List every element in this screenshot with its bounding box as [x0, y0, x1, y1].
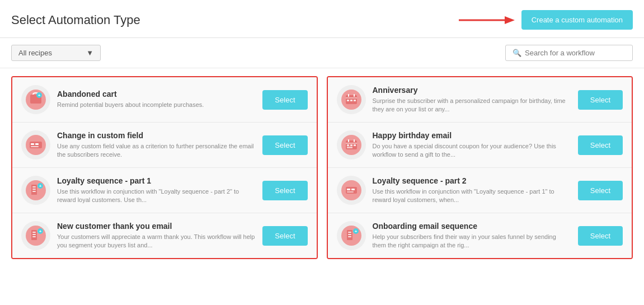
- anniversary-icon-wrap: [337, 85, 366, 114]
- loyalty2-icon: [341, 180, 361, 200]
- card-body: Onboarding email sequence Help your subs…: [373, 222, 571, 250]
- loyalty1-icon: +: [26, 180, 46, 200]
- svg-rect-17: [32, 189, 36, 190]
- recipes-dropdown[interactable]: All recipes ▼: [11, 45, 101, 61]
- page-title: Select Automation Type: [11, 13, 140, 27]
- svg-text:+: +: [39, 184, 42, 189]
- card-body: Anniversary Surprise the subscriber with…: [373, 86, 571, 114]
- svg-rect-29: [348, 94, 349, 97]
- card-title: Loyalty sequence - part 2: [373, 176, 571, 185]
- search-input[interactable]: [525, 49, 626, 57]
- anniversary-icon: [341, 90, 361, 110]
- new-customer-select-button[interactable]: Select: [262, 226, 307, 246]
- card-body: New customer thank you email Your custom…: [57, 222, 256, 250]
- card-title: Abandoned cart: [57, 90, 256, 98]
- cart-icon: +: [26, 90, 46, 110]
- card-desc: Remind potential buyers about incomplete…: [57, 101, 256, 109]
- chevron-down-icon: ▼: [86, 49, 93, 57]
- card-desc: Use any custom field value as a criterio…: [57, 142, 256, 159]
- left-column: + Abandoned cart Remind potential buyers…: [11, 76, 318, 259]
- list-item: + New customer thank you email Your cust…: [12, 213, 317, 258]
- svg-rect-24: [32, 234, 36, 235]
- svg-rect-46: [351, 189, 355, 190]
- svg-rect-39: [347, 144, 349, 146]
- create-custom-automation-button[interactable]: Create a custom automation: [521, 10, 633, 30]
- dropdown-label: All recipes: [18, 49, 52, 57]
- card-desc: Use this workflow in conjunction with "L…: [57, 187, 256, 205]
- birthday-select-button[interactable]: Select: [578, 135, 623, 155]
- svg-rect-52: [348, 232, 351, 233]
- svg-marker-1: [505, 16, 515, 24]
- custom-field-icon-wrap: [21, 130, 50, 159]
- card-body: Loyalty sequence - part 1 Use this workf…: [57, 176, 256, 205]
- svg-rect-41: [354, 144, 356, 146]
- search-icon: 🔍: [513, 49, 521, 57]
- svg-rect-47: [347, 191, 354, 193]
- list-item: Anniversary Surprise the subscriber with…: [328, 77, 632, 123]
- list-item: Happy birthday email Do you have a speci…: [328, 123, 632, 168]
- anniversary-select-button[interactable]: Select: [578, 90, 623, 110]
- card-title: Happy birthday email: [373, 131, 571, 140]
- svg-rect-10: [31, 146, 39, 147]
- loyalty2-icon-wrap: [337, 176, 366, 205]
- svg-rect-28: [346, 97, 357, 98]
- svg-rect-36: [346, 143, 357, 144]
- loyalty1-select-button[interactable]: Select: [262, 181, 307, 200]
- list-item: Loyalty sequence - part 2 Use this workf…: [328, 168, 632, 213]
- list-item: + Onboarding email sequence Help your su…: [328, 213, 632, 258]
- card-body: Abandoned cart Remind potential buyers a…: [57, 90, 256, 109]
- card-title: Loyalty sequence - part 1: [57, 176, 256, 185]
- card-title: Anniversary: [373, 86, 571, 95]
- svg-rect-23: [32, 232, 36, 233]
- list-item: + Loyalty sequence - part 1 Use this wor…: [12, 168, 317, 213]
- main-content: + Abandoned cart Remind potential buyers…: [0, 68, 644, 267]
- toolbar: All recipes ▼ 🔍: [0, 38, 644, 68]
- onboarding-select-button[interactable]: Select: [578, 226, 623, 246]
- abandoned-cart-select-button[interactable]: Select: [262, 90, 307, 110]
- card-title: Change in custom field: [57, 131, 256, 140]
- svg-rect-30: [354, 94, 355, 97]
- svg-text:+: +: [354, 229, 357, 234]
- card-title: Onboarding email sequence: [373, 222, 571, 231]
- svg-rect-8: [31, 143, 34, 145]
- search-box: 🔍: [505, 45, 633, 61]
- loyalty1-icon-wrap: +: [21, 176, 50, 205]
- card-body: Happy birthday email Do you have a speci…: [373, 131, 571, 159]
- svg-rect-42: [347, 147, 352, 148]
- birthday-icon-wrap: [337, 130, 366, 159]
- svg-rect-45: [347, 189, 350, 190]
- card-desc: Help your subscribers find their way in …: [373, 233, 571, 250]
- list-item: + Abandoned cart Remind potential buyers…: [12, 77, 317, 123]
- card-desc: Do you have a special discount coupon fo…: [373, 142, 571, 159]
- arrow-icon: [459, 12, 515, 28]
- svg-rect-37: [348, 139, 349, 142]
- svg-rect-25: [32, 236, 36, 237]
- new-customer-icon-wrap: +: [21, 221, 50, 250]
- card-body: Loyalty sequence - part 2 Use this workf…: [373, 176, 571, 205]
- arrow-indicator: [459, 12, 515, 28]
- loyalty2-select-button[interactable]: Select: [578, 181, 623, 200]
- card-title: New customer thank you email: [57, 222, 256, 231]
- svg-text:+: +: [39, 229, 42, 234]
- svg-rect-53: [348, 234, 351, 235]
- abandoned-cart-icon-wrap: +: [21, 85, 50, 114]
- onboarding-icon-wrap: +: [337, 221, 366, 250]
- new-customer-icon: +: [26, 226, 46, 246]
- svg-rect-33: [354, 100, 356, 101]
- list-item: Change in custom field Use any custom fi…: [12, 123, 317, 168]
- svg-rect-18: [32, 191, 36, 192]
- svg-rect-16: [32, 186, 36, 187]
- card-desc: Use this workflow in conjunction with "L…: [373, 187, 571, 205]
- svg-rect-38: [354, 139, 355, 142]
- svg-rect-32: [350, 100, 352, 101]
- card-desc: Your customers will appreciate a warm th…: [57, 233, 256, 250]
- svg-rect-9: [35, 143, 39, 145]
- header-actions: Create a custom automation: [459, 10, 633, 30]
- right-column: Anniversary Surprise the subscriber with…: [327, 76, 633, 259]
- onboarding-icon: +: [341, 226, 361, 246]
- svg-text:+: +: [38, 93, 41, 98]
- card-desc: Surprise the subscriber with a personali…: [373, 97, 571, 114]
- svg-rect-31: [347, 100, 349, 101]
- custom-field-select-button[interactable]: Select: [262, 135, 307, 155]
- svg-rect-54: [348, 236, 351, 237]
